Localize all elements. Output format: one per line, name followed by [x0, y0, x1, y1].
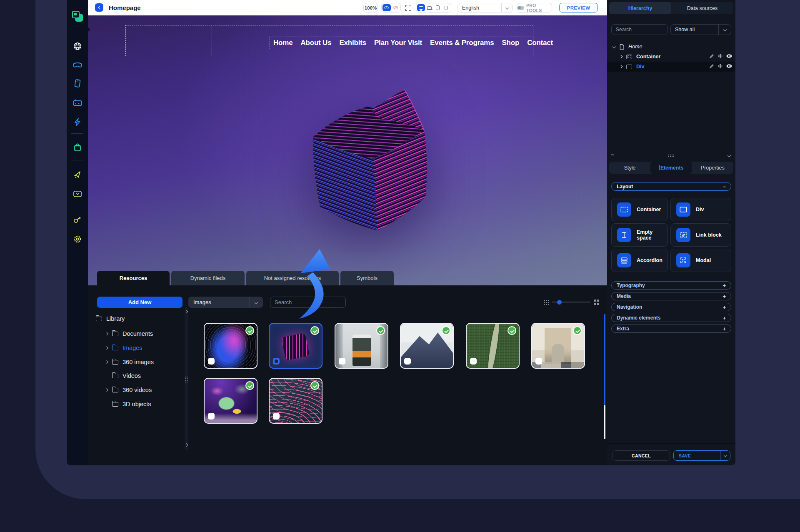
section-media[interactable]: Media+	[611, 292, 731, 300]
tab-properties[interactable]: Properties	[692, 162, 733, 174]
image-thumbnail-forest-road[interactable]	[466, 323, 520, 369]
chevron-right-icon[interactable]	[105, 346, 108, 350]
library-item-360-images[interactable]: 360 images	[105, 357, 154, 367]
chevron-up-icon[interactable]	[611, 154, 614, 157]
hero-nav-link[interactable]: About Us	[300, 39, 331, 47]
collapse-chevron-icon[interactable]	[185, 310, 188, 313]
image-thumbnail-tram[interactable]	[335, 323, 388, 369]
thumbnail-checkbox[interactable]	[208, 413, 215, 420]
visibility-toggle[interactable]	[381, 3, 401, 12]
sidebar-item-mobile[interactable]	[67, 76, 88, 90]
section-navigation[interactable]: Navigation+	[611, 303, 731, 311]
thumbnail-checkbox[interactable]	[273, 358, 280, 365]
preview-button[interactable]: PREVIEW	[559, 3, 598, 12]
zoom-level[interactable]: 100%	[363, 3, 378, 12]
image-thumbnail-aquarium[interactable]	[204, 378, 258, 424]
add-new-button[interactable]: Add New	[97, 297, 182, 308]
tab-hierarchy[interactable]: Hierarchy	[609, 2, 671, 14]
hero-nav-link[interactable]: Exhibits	[339, 39, 366, 47]
library-root[interactable]: Library	[96, 314, 125, 324]
device-tablet-button[interactable]	[434, 4, 442, 11]
image-thumbnail-arc-de-triomphe[interactable]	[531, 323, 585, 369]
layout-section-header[interactable]: Layout –	[611, 182, 731, 191]
expand-plus-icon[interactable]: +	[722, 326, 726, 332]
language-select[interactable]: English	[458, 3, 512, 12]
chevron-right-icon[interactable]	[105, 388, 108, 392]
expand-plus-icon[interactable]: +	[722, 304, 726, 310]
show-all-select[interactable]: Show all	[670, 24, 731, 35]
resource-type-select[interactable]: Images	[188, 297, 263, 308]
element-card-modal[interactable]: Modal	[670, 249, 731, 272]
sidebar-item-vr[interactable]	[67, 58, 88, 72]
hierarchy-row-home[interactable]: Home	[607, 42, 735, 52]
hierarchy-row-div[interactable]: Div	[607, 62, 735, 72]
grid-scrollbar-track[interactable]	[604, 314, 605, 405]
save-dropdown-chevron[interactable]	[720, 451, 730, 460]
tree-panel-divider[interactable]	[185, 307, 188, 450]
expand-plus-icon[interactable]: +	[722, 293, 726, 300]
eye-icon[interactable]	[726, 64, 732, 68]
app-logo[interactable]	[67, 9, 88, 23]
image-thumbnail-pink-mesh[interactable]	[269, 378, 322, 424]
slider-knob[interactable]	[557, 300, 562, 305]
hero-selection-outline[interactable]: Home About Us Exhibits Plan Your Visit E…	[125, 25, 533, 56]
sidebar-item-widgets[interactable]	[67, 187, 88, 201]
pro-tools-toggle[interactable]: PRO TOOLS	[517, 3, 552, 12]
chevron-right-icon[interactable]	[105, 360, 108, 364]
eye-off-segment[interactable]	[392, 4, 400, 11]
tab-symbols[interactable]: Symbols	[340, 271, 394, 285]
cancel-button[interactable]: CANCEL	[612, 450, 670, 461]
hierarchy-row-container[interactable]: Container	[607, 52, 735, 62]
thumbnail-checkbox[interactable]	[535, 358, 542, 365]
pencil-icon[interactable]	[709, 54, 714, 59]
hero-nav-link[interactable]: Events & Programs	[430, 39, 494, 47]
hierarchy-search-input[interactable]	[611, 24, 668, 35]
chevron-right-icon[interactable]	[105, 332, 108, 335]
panel-splitter[interactable]	[607, 152, 735, 159]
collapse-chevron-icon[interactable]	[185, 443, 188, 447]
hero-cube-image[interactable]	[274, 82, 453, 247]
sidebar-item-site[interactable]	[67, 39, 88, 53]
hero-nav-link[interactable]: Contact	[527, 39, 553, 47]
sidebar-item-media[interactable]	[67, 96, 88, 110]
element-card-accordion[interactable]: Accordion	[611, 249, 668, 272]
library-item-360-videos[interactable]: 360 videos	[105, 385, 152, 395]
back-button[interactable]	[95, 3, 103, 12]
tab-elements[interactable]: Elements	[650, 162, 692, 174]
library-item-videos[interactable]: Videos	[112, 371, 141, 381]
library-item-images[interactable]: Images	[105, 343, 142, 353]
image-thumbnail-mountain[interactable]	[400, 323, 454, 369]
collapse-minus-icon[interactable]: –	[723, 184, 726, 190]
hero-nav-link[interactable]: Home	[273, 39, 292, 47]
tab-resources[interactable]: Resources	[97, 271, 170, 285]
image-thumbnail-cube-selected[interactable]	[269, 323, 322, 369]
library-item-3d-objects[interactable]: 3D objects	[112, 399, 151, 409]
eye-icon[interactable]	[726, 54, 732, 58]
tab-data-sources[interactable]: Data sources	[671, 2, 733, 14]
sidebar-item-settings[interactable]	[67, 232, 88, 246]
thumbnail-checkbox[interactable]	[404, 358, 411, 365]
device-phone-button[interactable]	[442, 4, 450, 11]
thumbnail-checkbox[interactable]	[208, 358, 215, 365]
expand-plus-icon[interactable]: +	[722, 315, 726, 321]
chevron-right-icon[interactable]	[619, 55, 622, 58]
hero-nav-link[interactable]: Plan Your Visit	[374, 39, 422, 47]
section-dynamic-elements[interactable]: Dynamic elements+	[611, 314, 731, 322]
chevron-down-icon[interactable]	[612, 45, 616, 48]
sidebar-item-shop[interactable]	[67, 140, 88, 155]
element-card-div[interactable]: Div	[670, 198, 731, 221]
save-button[interactable]: SAVE	[673, 450, 730, 461]
sidebar-item-automation[interactable]	[67, 115, 88, 129]
design-canvas[interactable]: Home About Us Exhibits Plan Your Visit E…	[88, 15, 607, 301]
element-card-container[interactable]: Container	[611, 198, 668, 221]
sidebar-item-access[interactable]	[67, 212, 88, 227]
tab-style[interactable]: Style	[609, 162, 650, 174]
element-card-empty-space[interactable]: Empty space	[611, 223, 668, 247]
move-icon[interactable]	[718, 53, 723, 59]
thumbnail-checkbox[interactable]	[470, 358, 477, 365]
thumbnail-checkbox[interactable]	[273, 413, 280, 420]
eye-on-segment[interactable]	[382, 4, 391, 11]
section-extra[interactable]: Extra+	[611, 325, 731, 333]
library-item-documents[interactable]: Documents	[105, 329, 153, 339]
hero-nav-link[interactable]: Shop	[502, 39, 519, 47]
